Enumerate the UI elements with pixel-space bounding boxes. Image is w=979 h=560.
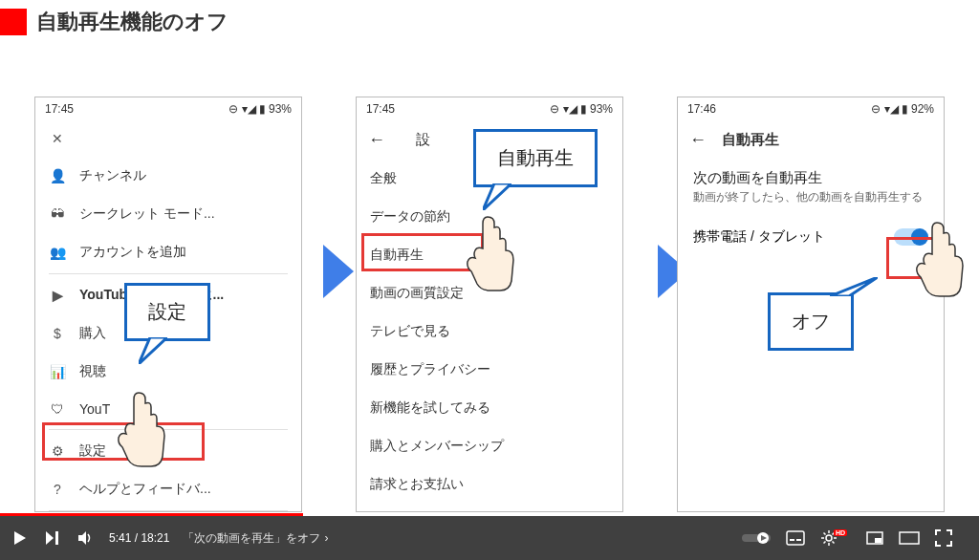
video-player-bar: 5:41 / 18:21 「次の動画を再生」をオフ › HD	[0, 516, 979, 560]
settings-item-tv[interactable]: テレビで見る	[357, 312, 622, 351]
callout-autoplay: 自動再生	[473, 129, 598, 187]
svg-point-13	[826, 535, 832, 541]
slide-title-bar: 自動再生機能のオフ	[0, 0, 979, 44]
gear-icon: ⚙	[49, 443, 66, 459]
label: 視聴	[79, 363, 288, 380]
label: 設定	[79, 442, 288, 460]
header-title: 自動再生	[722, 131, 779, 149]
status-icons: ⊖ ▾◢ ▮ 93%	[550, 102, 613, 116]
settings-item-autoplay[interactable]: 自動再生	[357, 236, 622, 274]
label: アカウントを追加	[79, 244, 288, 261]
svg-rect-16	[900, 532, 919, 544]
miniplayer-button[interactable]	[866, 531, 883, 545]
status-icons: ⊖ ▾◢ ▮ 93%	[228, 102, 292, 116]
svg-marker-1	[483, 183, 511, 210]
close-icon: ✕	[49, 131, 66, 146]
status-bar: 17:46 ⊖ ▾◢ ▮ 92%	[678, 97, 944, 120]
autoplay-toggle-player[interactable]	[742, 531, 771, 545]
label: 自動再生	[370, 247, 609, 264]
theater-button[interactable]	[899, 531, 920, 545]
settings-item-quality[interactable]: 動画の画質設定	[357, 274, 622, 312]
label: 購入とメンバーシップ	[370, 438, 609, 455]
chart-icon: 📊	[49, 364, 66, 379]
status-time: 17:45	[366, 102, 395, 116]
label: 履歴とプライバシー	[370, 361, 609, 378]
callout-tail-3	[830, 277, 878, 296]
back-icon[interactable]: ←	[368, 130, 385, 150]
shield-icon: 🛡	[49, 401, 66, 417]
toggle-row: 携帯電話 / タブレット	[678, 215, 944, 259]
svg-marker-0	[139, 337, 167, 364]
close-row[interactable]: ✕	[35, 120, 301, 157]
label: データの節約	[370, 208, 609, 226]
arrow-1	[323, 245, 354, 298]
autoplay-subhead: 次の動画を自動再生	[678, 160, 944, 189]
youtube-icon: ▶	[49, 288, 66, 303]
menu-item-incognito[interactable]: 🕶シークレット モード...	[35, 195, 301, 233]
callout-settings: 設定	[124, 283, 210, 341]
user-icon: 👤	[49, 168, 66, 183]
label: チャンネル	[79, 167, 288, 184]
settings-button[interactable]: HD	[820, 529, 851, 547]
add-user-icon: 👥	[49, 245, 66, 260]
help-icon: ?	[49, 482, 66, 497]
settings-item-billing[interactable]: 請求とお支払い	[357, 465, 622, 504]
play-button[interactable]	[11, 529, 29, 547]
back-icon[interactable]: ←	[689, 130, 707, 150]
divider	[49, 429, 288, 430]
svg-marker-3	[14, 531, 26, 545]
toggle-switch[interactable]	[894, 228, 928, 246]
volume-button[interactable]	[76, 529, 94, 547]
svg-rect-15	[875, 538, 881, 543]
label: 請求とお支払い	[370, 476, 609, 493]
status-time: 17:46	[687, 102, 716, 116]
svg-rect-5	[55, 531, 58, 545]
callout-off: オフ	[768, 292, 854, 351]
svg-rect-10	[787, 531, 804, 545]
captions-button[interactable]	[786, 530, 805, 546]
hd-badge: HD	[834, 529, 847, 536]
progress-fill	[0, 513, 303, 516]
label: テレビで見る	[370, 323, 609, 340]
label: YouT	[79, 401, 288, 417]
header-title: 設	[416, 131, 430, 149]
settings-item-try-new[interactable]: 新機能を試してみる	[357, 389, 622, 427]
menu-item-data[interactable]: 🛡YouT	[35, 391, 301, 427]
status-bar: 17:45 ⊖ ▾◢ ▮ 93%	[357, 97, 622, 120]
menu-item-add-account[interactable]: 👥アカウントを追加	[35, 233, 301, 271]
autoplay-header: ← 自動再生	[678, 120, 944, 160]
dollar-icon: $	[49, 326, 66, 341]
svg-rect-12	[796, 539, 801, 541]
fullscreen-button[interactable]	[935, 529, 952, 547]
divider	[49, 273, 288, 274]
status-bar: 17:45 ⊖ ▾◢ ▮ 93%	[35, 97, 301, 120]
menu-item-watch-time[interactable]: 📊視聴	[35, 353, 301, 391]
incognito-icon: 🕶	[49, 206, 66, 222]
time-display: 5:41 / 18:21	[109, 531, 169, 545]
autoplay-subtext: 動画が終了したら、他の動画を自動再生する	[678, 189, 944, 215]
divider	[49, 510, 288, 511]
slide-title: 自動再生機能のオフ	[36, 8, 228, 36]
svg-marker-4	[46, 531, 54, 545]
settings-item-membership[interactable]: 購入とメンバーシップ	[357, 427, 622, 465]
label: シークレット モード...	[79, 205, 288, 223]
svg-marker-2	[830, 277, 878, 296]
callout-tail-1	[139, 337, 167, 364]
callout-tail-2	[483, 183, 511, 210]
status-icons: ⊖ ▾◢ ▮ 92%	[871, 102, 934, 116]
svg-marker-6	[78, 531, 86, 545]
toggle-label: 携帯電話 / タブレット	[693, 228, 825, 246]
menu-item-settings[interactable]: ⚙設定	[35, 432, 301, 470]
status-time: 17:45	[45, 102, 74, 116]
next-button[interactable]	[44, 529, 61, 547]
svg-rect-11	[790, 539, 794, 541]
menu-item-help[interactable]: ?ヘルプとフィードバ...	[35, 470, 301, 508]
label: 新機能を試してみる	[370, 399, 609, 417]
chevron-right-icon: ›	[324, 531, 328, 545]
caption-text: 「次の動画を再生」をオフ	[183, 530, 320, 547]
title-accent	[0, 9, 27, 35]
settings-item-history[interactable]: 履歴とプライバシー	[357, 351, 622, 389]
progress-bar[interactable]	[0, 513, 979, 516]
menu-item-channel[interactable]: 👤チャンネル	[35, 157, 301, 195]
label: 動画の画質設定	[370, 285, 609, 302]
